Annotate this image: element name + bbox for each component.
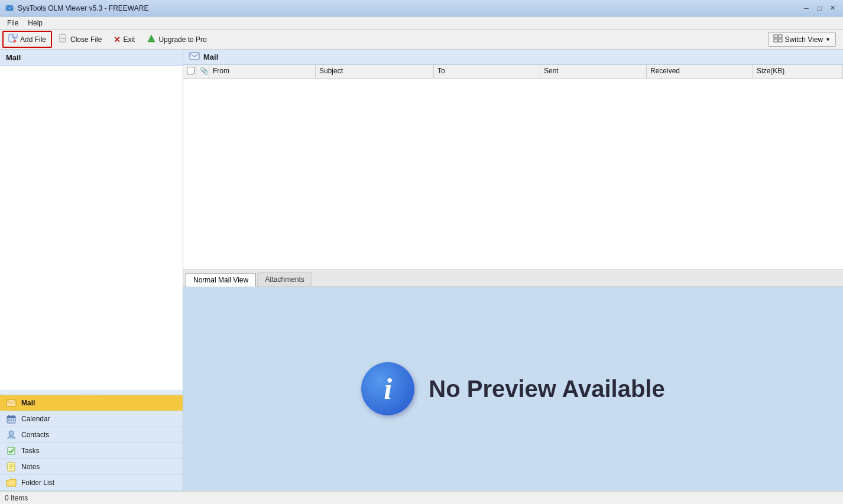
svg-rect-21 [8,447,15,454]
upgrade-pro-button[interactable]: Upgrade to Pro [141,31,212,47]
col-header-check [183,65,196,78]
sidebar-item-notes[interactable]: Notes [0,459,183,475]
select-all-checkbox[interactable] [187,67,194,74]
notes-nav-icon [6,462,17,472]
sidebar-item-calendar-label: Calendar [21,415,50,423]
col-header-size[interactable]: Size(KB) [753,65,843,78]
exit-icon: ✕ [114,35,121,44]
sidebar-title: Mail [6,53,21,62]
close-file-icon [59,34,68,45]
close-file-button[interactable]: Close File [53,31,107,47]
mail-header-icon [189,52,200,62]
switch-view-icon [773,34,783,44]
sidebar-item-mail-label: Mail [21,399,35,407]
item-count: 0 Items [5,494,28,502]
upgrade-icon [147,34,156,45]
sidebar-item-notes-label: Notes [21,463,40,471]
upgrade-pro-label: Upgrade to Pro [158,35,206,44]
svg-rect-18 [11,420,12,421]
attachment-col-icon: 📎 [200,67,209,75]
add-file-button[interactable]: Add File [2,31,52,48]
sidebar-nav: Mail Calendar [0,395,183,491]
exit-label: Exit [123,35,135,44]
title-bar: SysTools OLM Viewer v5.3 - FREEWARE ─ □ … [0,0,843,17]
window-title: SysTools OLM Viewer v5.3 - FREEWARE [18,4,800,12]
mail-panel-header: Mail [183,50,843,65]
col-header-from[interactable]: From [209,65,316,78]
toolbar: Add File Close File ✕ Exit Upgrade to Pr… [0,30,843,50]
main-content: Mail Mail [0,50,843,491]
sidebar-item-folder-list[interactable]: Folder List [0,475,183,491]
help-menu[interactable]: Help [23,18,47,28]
tab-attachments[interactable]: Attachments [257,272,312,286]
window-controls: ─ □ ✕ [800,2,838,14]
info-icon: i [361,362,414,415]
col-header-received[interactable]: Received [647,65,753,78]
maximize-button[interactable]: □ [813,2,825,14]
sidebar-tree[interactable] [0,66,183,391]
email-list-header: 📎 From Subject To Sent Received Size(KB) [183,65,843,79]
exit-button[interactable]: ✕ Exit [108,32,140,47]
switch-view-chevron: ▼ [825,37,831,43]
col-header-subject[interactable]: Subject [316,65,434,78]
svg-point-20 [9,431,14,435]
sidebar: Mail Mail [0,50,183,491]
switch-view-label: Switch View [785,35,823,44]
close-file-label: Close File [70,35,102,44]
sidebar-item-contacts-label: Contacts [21,431,49,439]
svg-rect-12 [7,399,16,407]
svg-rect-26 [190,53,199,60]
status-bar: 0 Items [0,491,843,504]
file-menu[interactable]: File [2,18,23,28]
minimize-button[interactable]: ─ [800,2,812,14]
email-list[interactable]: 📎 From Subject To Sent Received Size(KB) [183,65,843,270]
sidebar-item-tasks[interactable]: Tasks [0,443,183,459]
folder-nav-icon [6,478,17,487]
switch-view-button[interactable]: Switch View ▼ [768,32,836,47]
sidebar-header: Mail [0,50,183,66]
preview-tabs: Normal Mail View Attachments [183,270,843,287]
sidebar-item-calendar[interactable]: Calendar [0,411,183,427]
right-panel: Mail 📎 From Subject To Sent Received Siz… [183,50,843,491]
svg-rect-9 [779,35,782,38]
svg-rect-17 [8,420,9,421]
preview-panel: i No Preview Available [183,287,843,491]
calendar-nav-icon [6,414,17,424]
sidebar-item-folder-label: Folder List [21,479,54,487]
sidebar-item-mail[interactable]: Mail [0,395,183,411]
sidebar-item-tasks-label: Tasks [21,447,40,455]
contacts-nav-icon [6,430,17,440]
svg-rect-11 [779,39,782,42]
mail-panel-title: Mail [203,53,218,61]
no-preview-text: No Preview Available [429,376,664,402]
col-header-attach: 📎 [196,65,209,78]
sidebar-resize-handle[interactable] [0,391,183,395]
mail-nav-icon [6,398,17,408]
tab-normal-mail-view[interactable]: Normal Mail View [186,273,256,287]
svg-rect-14 [7,416,15,418]
sidebar-item-contacts[interactable]: Contacts [0,427,183,443]
svg-rect-10 [774,39,777,42]
svg-marker-7 [148,35,155,42]
svg-rect-19 [13,420,14,421]
close-button[interactable]: ✕ [826,2,838,14]
svg-rect-8 [774,35,777,38]
add-file-icon [8,34,18,45]
col-header-sent[interactable]: Sent [540,65,647,78]
app-icon [5,4,14,13]
tasks-nav-icon [6,446,17,456]
col-header-to[interactable]: To [434,65,540,78]
menu-bar: File Help [0,17,843,30]
svg-rect-2 [13,34,17,38]
add-file-label: Add File [20,35,46,44]
